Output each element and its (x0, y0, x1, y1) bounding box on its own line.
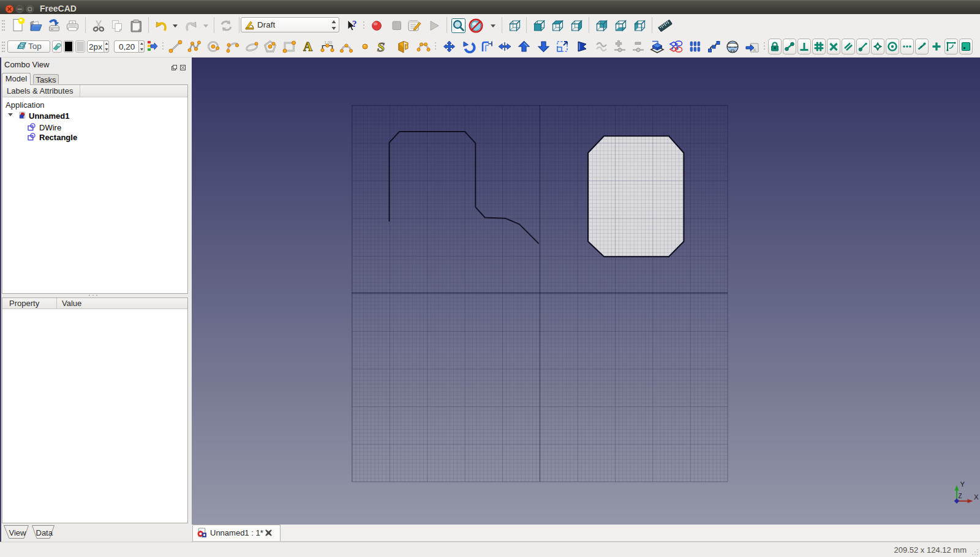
svg-text:Data: Data (36, 528, 53, 537)
svg-text:A: A (303, 40, 313, 53)
svg-text:Z: Z (959, 493, 962, 499)
svg-text:View: View (9, 528, 27, 537)
svg-text:?: ? (352, 19, 357, 29)
svg-text:X: X (974, 493, 979, 501)
svg-text:1.00: 1.00 (325, 40, 333, 45)
svg-text:Y: Y (960, 480, 965, 488)
svg-text:S: S (377, 40, 385, 53)
